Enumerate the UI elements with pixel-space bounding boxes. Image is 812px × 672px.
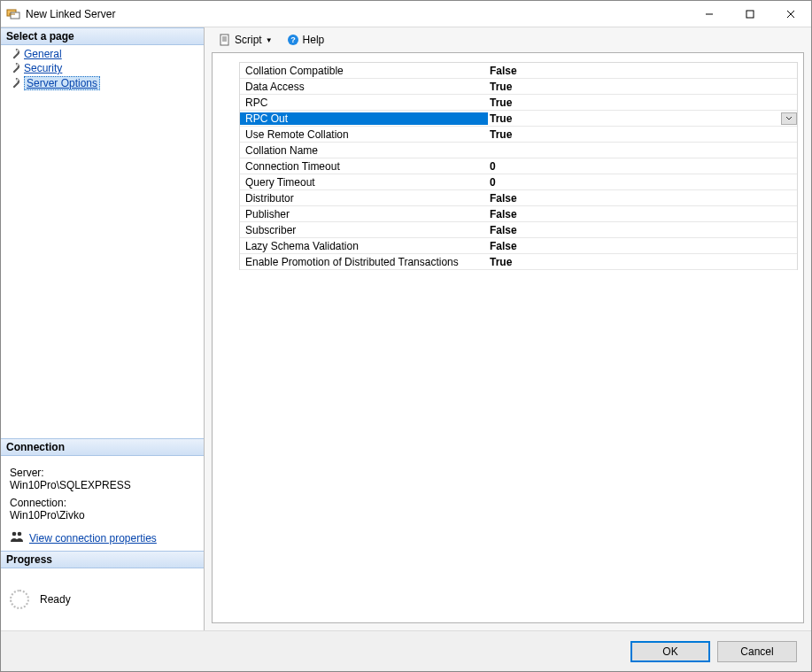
property-value-text: True bbox=[490, 97, 512, 109]
property-row[interactable]: PublisherFalse bbox=[240, 206, 797, 222]
svg-point-10 bbox=[12, 532, 17, 537]
connection-header: Connection bbox=[1, 438, 204, 456]
property-row[interactable]: DistributorFalse bbox=[240, 190, 797, 206]
property-row[interactable]: Collation CompatibleFalse bbox=[240, 63, 797, 79]
property-row[interactable]: Collation Name bbox=[240, 143, 797, 158]
title-bar: New Linked Server bbox=[1, 1, 811, 27]
page-item-server-options[interactable]: Server Options bbox=[1, 75, 204, 91]
property-name: Collation Name bbox=[240, 144, 488, 157]
property-value-text: 0 bbox=[490, 160, 496, 173]
property-value-text: False bbox=[490, 240, 517, 252]
server-label: Server: bbox=[10, 467, 195, 479]
progress-body: Ready bbox=[1, 568, 204, 630]
property-name: Lazy Schema Validation bbox=[240, 240, 488, 252]
page-list: GeneralSecurityServer Options bbox=[1, 45, 204, 95]
property-value[interactable]: 0 bbox=[488, 176, 797, 189]
left-panel: Select a page GeneralSecurityServer Opti… bbox=[1, 27, 205, 630]
page-item-security[interactable]: Security bbox=[1, 61, 204, 75]
svg-point-9 bbox=[16, 79, 18, 81]
page-item-label: Server Options bbox=[24, 76, 100, 90]
connection-body: Server: Win10Pro\SQLEXPRESS Connection: … bbox=[1, 456, 204, 551]
server-value: Win10Pro\SQLEXPRESS bbox=[10, 479, 195, 491]
property-name: Data Access bbox=[240, 81, 488, 93]
svg-point-11 bbox=[18, 532, 22, 537]
page-item-label: General bbox=[24, 48, 62, 60]
property-name: RPC Out bbox=[240, 112, 488, 125]
property-value[interactable]: 0 bbox=[488, 160, 797, 173]
app-icon bbox=[6, 7, 20, 21]
help-button[interactable]: ? Help bbox=[283, 32, 329, 48]
property-value[interactable]: False bbox=[488, 208, 797, 220]
wrench-icon bbox=[8, 48, 20, 60]
property-row[interactable]: Query Timeout0 bbox=[240, 174, 797, 190]
property-value[interactable]: False bbox=[488, 240, 797, 252]
property-value[interactable]: True bbox=[488, 97, 797, 109]
property-value-text: False bbox=[490, 224, 517, 236]
view-connection-properties-row: View connection properties bbox=[10, 530, 195, 545]
property-name: Use Remote Collation bbox=[240, 128, 488, 141]
property-grid-container: Collation CompatibleFalseData AccessTrue… bbox=[212, 52, 804, 623]
property-name: Connection Timeout bbox=[240, 160, 488, 173]
property-value[interactable]: True bbox=[488, 112, 797, 125]
page-item-label: Security bbox=[24, 62, 62, 74]
property-name: Distributor bbox=[240, 192, 488, 205]
property-value-text: True bbox=[490, 256, 512, 268]
close-button[interactable] bbox=[770, 1, 811, 27]
property-value[interactable]: False bbox=[488, 192, 797, 205]
property-name: Collation Compatible bbox=[240, 65, 488, 77]
property-name: Subscriber bbox=[240, 224, 488, 236]
select-page-header: Select a page bbox=[1, 27, 204, 45]
connection-label: Connection: bbox=[10, 497, 195, 509]
help-icon: ? bbox=[287, 34, 299, 46]
connection-value: Win10Pro\Zivko bbox=[10, 509, 195, 521]
property-value-text: False bbox=[490, 65, 517, 77]
property-row[interactable]: Connection Timeout0 bbox=[240, 158, 797, 174]
people-icon bbox=[10, 530, 24, 545]
property-grid: Collation CompatibleFalseData AccessTrue… bbox=[239, 62, 798, 270]
wrench-icon bbox=[8, 62, 20, 74]
property-name: Enable Promotion of Distributed Transact… bbox=[240, 256, 488, 268]
dropdown-arrow-icon[interactable] bbox=[781, 112, 797, 125]
wrench-icon bbox=[8, 77, 20, 89]
property-value-text: True bbox=[490, 128, 512, 141]
maximize-button[interactable] bbox=[730, 1, 770, 27]
progress-status: Ready bbox=[40, 593, 71, 606]
progress-header: Progress bbox=[1, 551, 204, 568]
svg-rect-1 bbox=[11, 12, 19, 19]
property-row[interactable]: SubscriberFalse bbox=[240, 222, 797, 238]
property-value[interactable]: False bbox=[488, 224, 797, 236]
right-panel: Script ▼ ? Help Collation CompatibleFals… bbox=[205, 27, 811, 630]
minimize-button[interactable] bbox=[689, 1, 730, 27]
property-value[interactable]: False bbox=[488, 65, 797, 77]
property-value[interactable]: True bbox=[488, 128, 797, 141]
property-row[interactable]: Lazy Schema ValidationFalse bbox=[240, 238, 797, 254]
chevron-down-icon: ▼ bbox=[266, 36, 273, 44]
svg-rect-4 bbox=[746, 11, 754, 18]
dialog-footer: OK Cancel bbox=[1, 630, 811, 671]
window-title: New Linked Server bbox=[26, 8, 689, 20]
svg-point-8 bbox=[16, 64, 18, 66]
property-row[interactable]: Use Remote CollationTrue bbox=[240, 127, 797, 143]
property-value-text: False bbox=[490, 192, 517, 205]
property-name: RPC bbox=[240, 97, 488, 109]
view-connection-properties-link[interactable]: View connection properties bbox=[29, 532, 157, 545]
property-row[interactable]: Enable Promotion of Distributed Transact… bbox=[240, 254, 797, 270]
property-row[interactable]: Data AccessTrue bbox=[240, 79, 797, 95]
script-label: Script bbox=[235, 34, 262, 46]
property-value[interactable]: True bbox=[488, 81, 797, 93]
left-spacer bbox=[1, 95, 204, 438]
cancel-button[interactable]: Cancel bbox=[717, 641, 797, 662]
help-label: Help bbox=[303, 34, 325, 46]
progress-spinner-icon bbox=[10, 590, 29, 609]
svg-point-7 bbox=[16, 50, 18, 51]
toolbar: Script ▼ ? Help bbox=[212, 27, 804, 52]
property-row[interactable]: RPC OutTrue bbox=[240, 111, 797, 127]
ok-button[interactable]: OK bbox=[630, 641, 710, 662]
property-row[interactable]: RPCTrue bbox=[240, 95, 797, 111]
svg-text:?: ? bbox=[290, 35, 296, 44]
property-value-text: 0 bbox=[490, 176, 496, 189]
property-name: Publisher bbox=[240, 208, 488, 220]
page-item-general[interactable]: General bbox=[1, 47, 204, 61]
script-button[interactable]: Script ▼ bbox=[215, 32, 276, 48]
property-value[interactable]: True bbox=[488, 256, 797, 268]
